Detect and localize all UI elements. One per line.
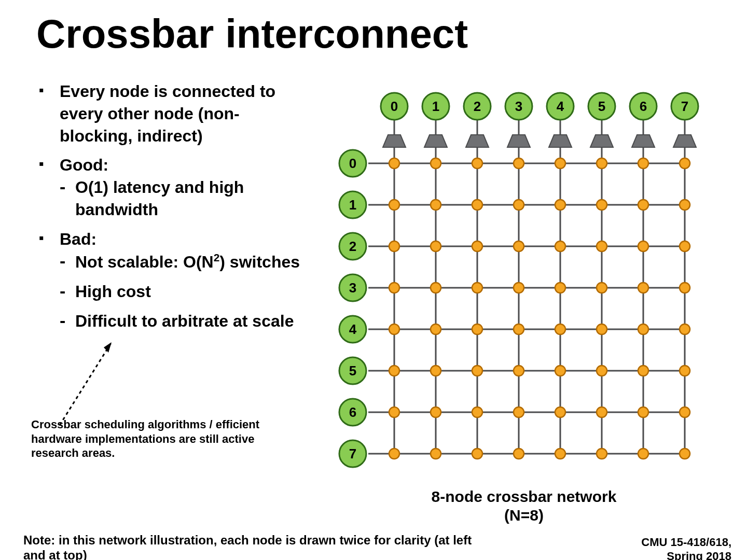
- crossbar-switch: [680, 158, 690, 169]
- sub-bullet-item: O(1) latency and high bandwidth: [60, 176, 309, 221]
- crossbar-switch: [680, 366, 690, 376]
- course-footer: CMU 15-418/618, Spring 2018: [641, 536, 731, 560]
- node-label: 6: [349, 404, 356, 420]
- bullet-text: Not scalable: O(N2) switches: [75, 253, 300, 271]
- crossbar-switch: [431, 449, 441, 459]
- crossbar-switch: [472, 366, 482, 376]
- diagram-caption: 8-node crossbar network (N=8): [332, 487, 716, 525]
- crossbar-switch: [389, 366, 399, 376]
- node-label: 4: [349, 321, 357, 337]
- crossbar-switch: [472, 449, 482, 459]
- footnote-research: Crossbar scheduling algorithms / efficie…: [31, 417, 280, 460]
- bullet-text: Bad:: [60, 230, 96, 248]
- bullet-text: High cost: [75, 282, 151, 301]
- node-label: 7: [681, 99, 688, 114]
- svg-line-0: [60, 342, 112, 425]
- crossbar-switch: [555, 407, 565, 417]
- crossbar-switch: [431, 324, 441, 334]
- bullet-text: Good:: [60, 156, 108, 174]
- arbiter-icon: [632, 135, 655, 147]
- crossbar-switch: [680, 324, 690, 334]
- bullet-item: Every node is connected to every other n…: [39, 80, 309, 148]
- crossbar-switch: [472, 407, 482, 417]
- node-label: 2: [474, 99, 481, 114]
- crossbar-switch: [638, 283, 648, 293]
- footnote-note: Note: in this network illustration, each…: [23, 533, 490, 560]
- crossbar-switch: [680, 200, 690, 210]
- node-label: 7: [349, 446, 356, 461]
- node-label: 0: [349, 156, 356, 171]
- crossbar-switch: [431, 366, 441, 376]
- crossbar-switch: [514, 158, 524, 169]
- crossbar-switch: [555, 241, 565, 251]
- arbiter-icon: [590, 135, 613, 147]
- page-title: Crossbar interconnect: [36, 10, 468, 58]
- crossbar-switch: [555, 324, 565, 334]
- crossbar-switch: [555, 283, 565, 293]
- crossbar-switch: [597, 241, 607, 251]
- bullet-item: Bad: Not scalable: O(N2) switches High c…: [39, 228, 309, 332]
- crossbar-switch: [597, 449, 607, 459]
- node-label: 6: [640, 99, 647, 114]
- crossbar-switch: [597, 158, 607, 169]
- crossbar-switch: [431, 158, 441, 169]
- crossbar-switch: [389, 449, 399, 459]
- crossbar-switch: [638, 407, 648, 417]
- sub-bullet-item: Not scalable: O(N2) switches: [60, 250, 309, 273]
- crossbar-switch: [597, 407, 607, 417]
- crossbar-switch: [597, 324, 607, 334]
- crossbar-switch: [389, 158, 399, 169]
- arbiter-icon: [383, 135, 406, 147]
- arbiter-icon: [507, 135, 530, 147]
- crossbar-switch: [514, 366, 524, 376]
- crossbar-switch: [431, 407, 441, 417]
- crossbar-switch: [472, 241, 482, 251]
- crossbar-switch: [389, 324, 399, 334]
- slide: Crossbar interconnect Every node is conn…: [0, 0, 747, 560]
- crossbar-switch: [514, 407, 524, 417]
- bullet-text: Difficult to arbitrate at scale: [75, 312, 294, 330]
- node-label: 0: [391, 99, 398, 114]
- crossbar-switch: [597, 366, 607, 376]
- bullet-text: O(1) latency and high bandwidth: [75, 178, 244, 219]
- crossbar-switch: [638, 158, 648, 169]
- arbiter-icon: [466, 135, 489, 147]
- crossbar-switch: [555, 158, 565, 169]
- crossbar-switch: [431, 283, 441, 293]
- node-label: 3: [515, 99, 522, 114]
- crossbar-switch: [638, 241, 648, 251]
- node-label: 5: [598, 99, 605, 114]
- crossbar-switch: [514, 324, 524, 334]
- node-label: 1: [349, 197, 356, 213]
- crossbar-switch: [638, 366, 648, 376]
- bullet-text: Every node is connected to every other n…: [60, 82, 275, 145]
- crossbar-switch: [680, 241, 690, 251]
- sub-bullet-item: High cost: [60, 281, 309, 303]
- arbiter-icon: [424, 135, 447, 147]
- crossbar-switch: [472, 200, 482, 210]
- crossbar-switch: [389, 407, 399, 417]
- bullet-item: Good: O(1) latency and high bandwidth: [39, 154, 309, 221]
- crossbar-svg: 0123456701234567: [332, 91, 716, 485]
- node-label: 4: [557, 99, 564, 114]
- crossbar-switch: [472, 158, 482, 169]
- crossbar-switch: [680, 283, 690, 293]
- crossbar-switch: [555, 449, 565, 459]
- dashed-arrow-icon: [54, 337, 122, 430]
- crossbar-diagram: 0123456701234567: [332, 91, 716, 487]
- crossbar-switch: [555, 366, 565, 376]
- crossbar-switch: [389, 283, 399, 293]
- crossbar-switch: [514, 241, 524, 251]
- crossbar-switch: [680, 449, 690, 459]
- crossbar-switch: [638, 324, 648, 334]
- crossbar-switch: [389, 200, 399, 210]
- crossbar-switch: [472, 283, 482, 293]
- bullet-list: Every node is connected to every other n…: [39, 80, 309, 340]
- crossbar-switch: [597, 200, 607, 210]
- crossbar-switch: [638, 449, 648, 459]
- node-label: 5: [349, 363, 356, 379]
- crossbar-switch: [514, 283, 524, 293]
- node-label: 2: [349, 239, 356, 254]
- crossbar-switch: [431, 241, 441, 251]
- arbiter-icon: [549, 135, 572, 147]
